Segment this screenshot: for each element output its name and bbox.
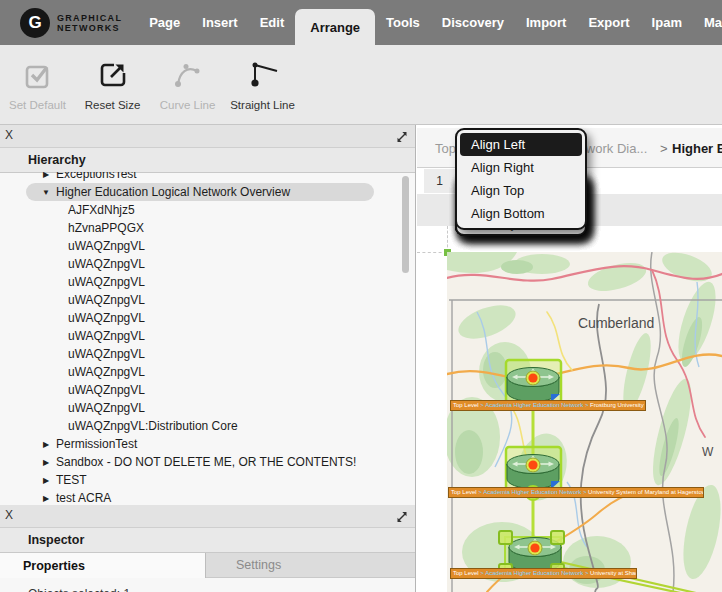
tree-item[interactable]: uWAQZnpgVL	[26, 327, 374, 345]
set-default-icon	[21, 58, 55, 92]
inspector-close-button[interactable]: X	[5, 509, 13, 522]
inspector-expand-icon[interactable]	[396, 509, 408, 527]
brand-line2: NETWORKS	[57, 23, 122, 33]
tree-item-label: uWAQZnpgVL	[68, 293, 145, 307]
menu-item[interactable]: Import	[515, 0, 577, 45]
tree-item[interactable]: PermissionTest	[26, 435, 374, 453]
straight-line-label: Straight Line	[230, 99, 295, 111]
menu-item-label: Page	[149, 15, 180, 30]
menu-item-label: Arrange	[310, 20, 360, 35]
tree-item-label: test ACRA	[56, 491, 111, 505]
menu-item[interactable]: Tools	[375, 0, 431, 45]
tree-item-label: uWAQZnpgVL	[68, 383, 145, 397]
left-sidebar: X Hierarchy ExceptionsTest Higher Educat…	[0, 125, 416, 592]
brand-line1: GRAPHICAL	[57, 13, 122, 23]
tree-expand-arrow[interactable]	[40, 458, 52, 467]
menu-item[interactable]: Discovery	[431, 0, 515, 45]
tab-properties[interactable]: Properties	[0, 553, 206, 578]
menu-item-label: Insert	[202, 15, 237, 30]
tree-item-label: uWAQZnpgVL	[68, 347, 145, 361]
breadcrumb-separator: >	[660, 141, 668, 156]
curve-line-label: Curve Line	[160, 99, 216, 111]
tree-item-label: Sandbox - DO NOT DELETE ME, OR THE CONTE…	[56, 455, 356, 469]
main-menu: Page Insert Edit Arrange Tools Discovery…	[138, 0, 722, 45]
tree-item[interactable]: uWAQZnpgVL:Distribution Core	[26, 417, 374, 435]
menu-item-label: Import	[526, 15, 566, 30]
tree-item-label: uWAQZnpgVL	[68, 365, 145, 379]
node-path-label: Top Level > Academia Higher Education Ne…	[450, 568, 637, 579]
logo-monogram-icon: G	[20, 8, 50, 38]
menu-item[interactable]: Page	[138, 0, 191, 45]
tree-item[interactable]: test ACRA	[26, 489, 374, 505]
inspector-title: Inspector	[0, 528, 415, 553]
straight-line-button[interactable]: Straight Line	[225, 45, 300, 124]
tree-item[interactable]: uWAQZnpgVL	[26, 363, 374, 381]
tree-item-label: TEST	[56, 473, 87, 487]
align-menu-item[interactable]: Align Bottom	[460, 202, 582, 225]
reset-size-label: Reset Size	[85, 99, 141, 111]
menu-item-label: Ipam	[652, 15, 682, 30]
tab-settings[interactable]: Settings	[206, 553, 415, 578]
tree-item[interactable]: uWAQZnpgVL	[26, 237, 374, 255]
menu-item[interactable]: Insert	[191, 0, 248, 45]
tree-item-label: uWAQZnpgVL	[68, 275, 145, 289]
tree-expand-arrow[interactable]	[40, 440, 52, 449]
align-menu-item-label: Align Left	[471, 137, 525, 152]
tree-item-label: uWAQZnpgVL	[68, 311, 145, 325]
tree-item[interactable]: uWAQZnpgVL	[26, 345, 374, 363]
tree-item[interactable]: ExceptionsTest	[26, 172, 374, 183]
tree-item[interactable]: uWAQZnpgVL	[26, 309, 374, 327]
tree-expand-arrow[interactable]	[40, 476, 52, 485]
tree-item[interactable]: Higher Education Logical Network Overvie…	[26, 183, 374, 201]
menu-item[interactable]: Edit	[249, 0, 296, 45]
tree-item[interactable]: uWAQZnpgVL	[26, 255, 374, 273]
node-path-label: Top Level > Academia Higher Education Ne…	[448, 487, 704, 498]
hierarchy-panel: X Hierarchy ExceptionsTest Higher Educat…	[0, 125, 415, 173]
tree-item[interactable]: Sandbox - DO NOT DELETE ME, OR THE CONTE…	[26, 453, 374, 471]
align-menu-item-label: Align Top	[471, 183, 524, 198]
hierarchy-expand-icon[interactable]	[396, 129, 408, 147]
menu-item[interactable]: Ipam	[641, 0, 693, 45]
hierarchy-scrollbar-thumb[interactable]	[402, 176, 409, 273]
tree-item-label: uWAQZnpgVL	[68, 239, 145, 253]
app-logo: G GRAPHICAL NETWORKS	[20, 8, 122, 38]
set-default-label: Set Default	[9, 99, 66, 111]
top-menu-bar: G GRAPHICAL NETWORKS Page Insert Edit Ar…	[0, 0, 722, 45]
tree-item-label: uWAQZnpgVL	[68, 329, 145, 343]
page-guide-horizontal	[417, 252, 447, 253]
reset-size-button[interactable]: Reset Size	[75, 45, 150, 124]
curve-line-button: Curve Line	[150, 45, 225, 124]
menu-item[interactable]: Ma	[693, 0, 722, 45]
align-menu-item[interactable]: Align Right	[460, 156, 582, 179]
page-tab-1[interactable]: 1	[424, 169, 455, 193]
tree-item[interactable]: AJFXdNhjz5	[26, 201, 374, 219]
map-canvas[interactable]: Cumberland W	[447, 252, 722, 592]
menu-item[interactable]: Export	[577, 0, 640, 45]
tree-item-label: Higher Education Logical Network Overvie…	[56, 185, 290, 199]
map-place-label: Cumberland	[578, 315, 654, 331]
tree-item[interactable]: uWAQZnpgVL	[26, 273, 374, 291]
tree-expand-arrow[interactable]	[40, 188, 52, 197]
menu-item-label: Export	[588, 15, 629, 30]
align-menu-item[interactable]: Align Left	[460, 133, 582, 156]
inspector-panel: X Inspector Properties Settings Objects …	[0, 505, 415, 592]
tree-item-label: uWAQZnpgVL	[68, 257, 145, 271]
tree-expand-arrow[interactable]	[40, 494, 52, 503]
tree-item[interactable]: uWAQZnpgVL	[26, 399, 374, 417]
menu-item-label: Ma	[704, 15, 722, 30]
tree-item[interactable]: TEST	[26, 471, 374, 489]
map-edge-label: W	[702, 445, 714, 459]
tree-expand-arrow[interactable]	[40, 172, 52, 179]
tree-item[interactable]: uWAQZnpgVL	[26, 381, 374, 399]
menu-item-label: Discovery	[442, 15, 504, 30]
menu-item-label: Tools	[386, 15, 420, 30]
menu-item[interactable]: Arrange	[295, 9, 375, 45]
align-menu-item[interactable]: Align Top	[460, 179, 582, 202]
tree-item[interactable]: uWAQZnpgVL	[26, 291, 374, 309]
align-menu-item-label: Align Right	[471, 160, 534, 175]
menu-item-label: Edit	[260, 15, 285, 30]
set-default-button: Set Default	[0, 45, 75, 124]
hierarchy-close-button[interactable]: X	[5, 129, 13, 142]
inspector-tabs: Properties Settings	[0, 553, 415, 578]
tree-item[interactable]: hZvnaPPQGX	[26, 219, 374, 237]
